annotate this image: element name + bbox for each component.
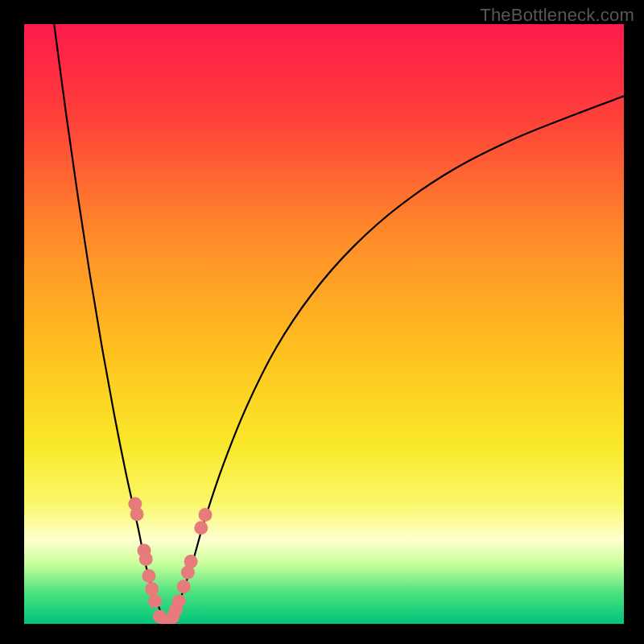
watermark-text: TheBottleneck.com: [480, 5, 634, 26]
marker-dot: [198, 508, 212, 522]
marker-dot: [130, 507, 144, 521]
marker-dot: [142, 569, 155, 583]
marker-dot: [177, 580, 191, 593]
chart-svg: [24, 24, 624, 624]
marker-dot: [145, 582, 159, 596]
marker-dot: [139, 552, 153, 566]
plot-area: [24, 24, 624, 624]
gradient-background: [24, 24, 624, 624]
marker-dot: [172, 594, 186, 608]
marker-dot: [194, 521, 208, 535]
marker-dot: [184, 555, 198, 568]
marker-dot: [148, 594, 162, 608]
chart-frame: TheBottleneck.com: [0, 0, 644, 644]
